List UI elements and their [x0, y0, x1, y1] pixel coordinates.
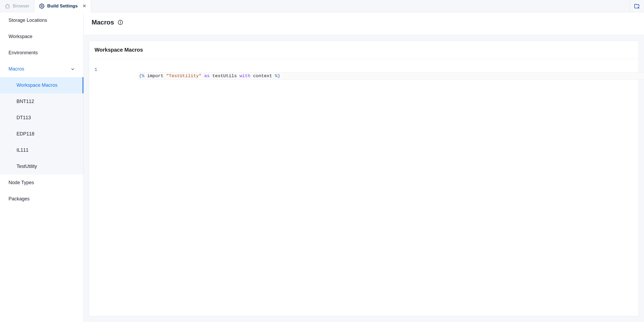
sidebar-item-label: Workspace	[9, 34, 32, 39]
panel-title: Workspace Macros	[89, 41, 638, 59]
sidebar-subitem-workspace-macros[interactable]: Workspace Macros	[0, 77, 83, 93]
sidebar-item-label: EDP118	[17, 131, 34, 137]
sidebar-item-label: IL111	[17, 147, 28, 153]
sidebar-subitem-il111[interactable]: IL111	[0, 142, 83, 158]
sidebar-subitem-testutility[interactable]: TestUtility	[0, 158, 83, 175]
tab-browser-label: Browser	[13, 3, 29, 9]
token-delimiter: {%	[139, 73, 144, 79]
token-keyword: import	[147, 73, 163, 79]
svg-point-3	[120, 21, 121, 21]
token-identifier: testUtils	[212, 73, 237, 79]
close-all-tabs-button[interactable]	[629, 0, 644, 12]
chevron-up-icon	[71, 67, 75, 71]
sidebar-item-label: Storage Locations	[9, 18, 47, 23]
code-editor[interactable]: 1 {% import "TestUtility" as testUtils w…	[89, 59, 638, 316]
close-icon[interactable]: ✕	[83, 4, 86, 8]
sidebar-item-label: TestUtility	[17, 164, 37, 169]
tab-build-settings-label: Build Settings	[47, 3, 78, 9]
editor-code-area[interactable]: {% import "TestUtility" as testUtils wit…	[99, 59, 638, 316]
sidebar-item-node-types[interactable]: Node Types	[0, 175, 83, 191]
token-keyword: with	[239, 73, 250, 79]
sidebar-item-label: Macros	[9, 66, 24, 72]
tab-build-settings[interactable]: Build Settings ✕	[34, 0, 91, 12]
gear-icon	[39, 3, 44, 9]
sidebar-item-label: Environments	[9, 50, 38, 56]
sidebar-item-storage-locations[interactable]: Storage Locations	[0, 12, 83, 28]
sidebar-item-packages[interactable]: Packages	[0, 191, 83, 207]
sidebar-item-label: Packages	[9, 196, 30, 202]
main-content: Macros Workspace Macros 1 {% import "Tes…	[84, 12, 644, 322]
workspace-macros-panel: Workspace Macros 1 {% import "TestUtilit…	[89, 41, 639, 316]
token-delimiter: %}	[275, 73, 280, 79]
svg-point-0	[41, 5, 43, 7]
sidebar-item-label: DT113	[17, 115, 31, 121]
sidebar-item-label: Workspace Macros	[17, 82, 58, 88]
sidebar-subitem-edp118[interactable]: EDP118	[0, 126, 83, 142]
token-keyword: as	[204, 73, 210, 79]
sidebar-item-macros[interactable]: Macros	[0, 61, 83, 77]
sidebar-item-label: Node Types	[9, 180, 34, 185]
sidebar-item-workspace[interactable]: Workspace	[0, 28, 83, 45]
sidebar: Storage Locations Workspace Environments…	[0, 12, 84, 322]
sidebar-subitem-bnt112[interactable]: BNT112	[0, 93, 83, 110]
tab-browser[interactable]: Browser	[0, 0, 34, 12]
info-icon[interactable]	[118, 20, 123, 25]
home-icon	[5, 3, 10, 9]
token-string: "TestUtility"	[166, 73, 202, 79]
code-line: {% import "TestUtility" as testUtils wit…	[138, 72, 644, 80]
line-number: 1	[89, 67, 97, 72]
page-title: Macros	[92, 19, 114, 26]
token-identifier: context	[253, 73, 272, 79]
tab-strip: Browser Build Settings ✕	[0, 0, 644, 12]
sidebar-item-label: BNT112	[17, 99, 34, 104]
sidebar-subitem-dt113[interactable]: DT113	[0, 110, 83, 126]
editor-gutter: 1	[89, 59, 99, 316]
sidebar-item-environments[interactable]: Environments	[0, 45, 83, 61]
folder-x-icon	[634, 3, 640, 9]
